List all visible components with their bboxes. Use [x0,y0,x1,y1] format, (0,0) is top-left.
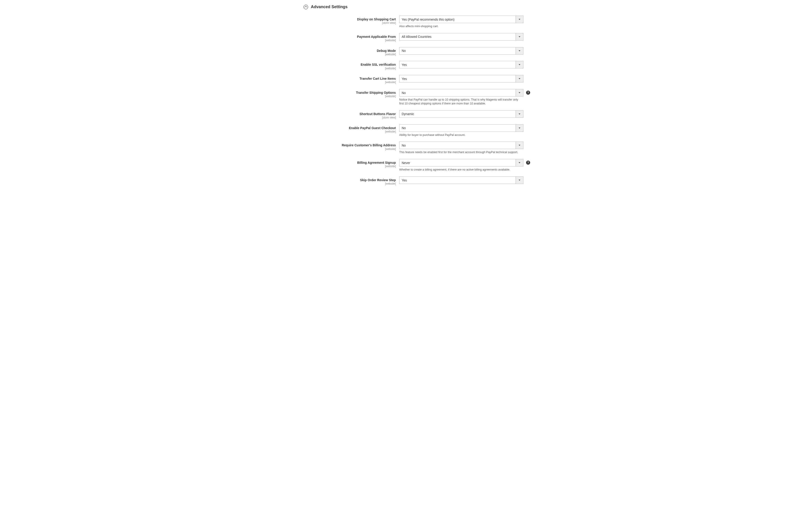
debug-mode-select[interactable] [399,47,523,55]
scope-label: [website] [270,130,396,133]
scope-label: [website] [270,81,396,84]
scope-label: [website] [270,67,396,70]
scope-label: [store view] [270,116,396,120]
scope-label: [store view] [270,21,396,25]
guest-checkout-help: Ability for buyer to purchase without Pa… [399,133,523,137]
help-icon[interactable]: ? [526,160,530,165]
section-header[interactable]: Advanced Settings [270,4,542,16]
guest-checkout-select[interactable] [399,124,523,132]
ssl-verify-select[interactable] [399,61,523,68]
section-title: Advanced Settings [311,4,348,9]
transfer-shipping-help: Notice that PayPal can handle up to 10 s… [399,98,523,105]
collapse-icon [303,5,308,9]
billing-agreement-help: Whether to create a billing agreement, i… [399,168,523,172]
ssl-verify-label: Enable SSL verification [361,63,396,66]
scope-label: [website] [270,39,396,42]
display-cart-select[interactable] [399,16,523,23]
skip-review-select[interactable] [399,176,523,184]
billing-agreement-label: Billing Agreement Signup [357,161,396,164]
guest-checkout-label: Enable PayPal Guest Checkout [349,126,396,130]
display-cart-label: Display on Shopping Cart [357,18,396,21]
billing-address-help: This feature needs be enabled first for … [399,150,523,154]
help-icon[interactable]: ? [526,91,530,95]
payment-applicable-label: Payment Applicable From [357,35,396,38]
display-cart-help: Also affects mini-shopping cart. [399,25,523,28]
scope-label: [website] [270,165,396,168]
scope-label: [website] [270,182,396,186]
skip-review-label: Skip Order Review Step [360,178,396,182]
transfer-shipping-label: Transfer Shipping Options [356,91,396,94]
scope-label: [website] [270,95,396,98]
debug-mode-label: Debug Mode [377,49,396,53]
scope-label: [website] [270,53,396,56]
transfer-line-items-label: Transfer Cart Line Items [359,77,396,81]
billing-agreement-select[interactable] [399,159,523,167]
billing-address-label: Require Customer's Billing Address [342,143,396,147]
transfer-line-items-select[interactable] [399,75,523,83]
billing-address-select[interactable] [399,142,523,149]
shortcut-flavor-label: Shortcut Buttons Flavor [359,112,396,116]
shortcut-flavor-select[interactable] [399,110,523,118]
transfer-shipping-select[interactable] [399,89,523,96]
payment-applicable-select[interactable] [399,33,523,40]
scope-label: [website] [270,147,396,151]
